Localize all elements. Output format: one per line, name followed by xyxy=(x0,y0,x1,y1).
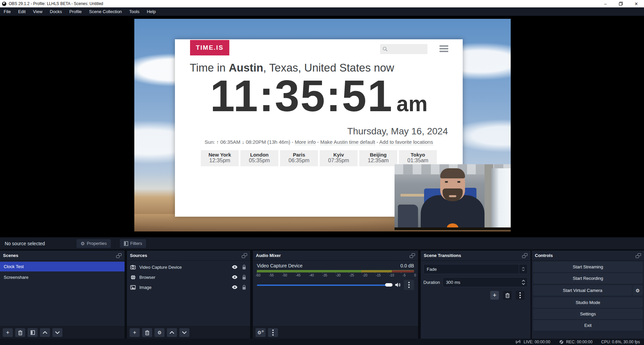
more-info-link[interactable]: More info xyxy=(295,139,316,145)
virtual-camera-settings-button[interactable]: ⚙ xyxy=(633,285,643,296)
source-status-text: No source selected xyxy=(5,241,45,246)
make-default-link[interactable]: Make Austin time default xyxy=(320,139,375,145)
gear-icon: ⚙ xyxy=(157,330,162,335)
window-title: OBS 29.1.2 - Profile: LLHLS BETA - Scene… xyxy=(9,1,103,6)
exit-button[interactable]: Exit xyxy=(533,320,643,331)
program-video[interactable]: TIME.IS Time in Austin, Texas, United St… xyxy=(134,19,511,231)
visibility-eye-button[interactable] xyxy=(232,274,238,280)
chevron-down-icon xyxy=(182,331,187,334)
popout-dock-icon[interactable] xyxy=(242,253,247,258)
cpu-fps-text: CPU: 0.6%, 30.00 fps xyxy=(601,340,640,344)
live-time-text: LIVE: 00:00:00 xyxy=(523,340,550,344)
scenes-panel: Scenes Clock Test Screenshare + xyxy=(0,251,125,339)
spin-down-icon[interactable] xyxy=(522,283,525,285)
status-bar: LIVE: 00:00:00 REC: 00:00:00 CPU: 0.6%, … xyxy=(0,339,644,345)
lock-button[interactable] xyxy=(241,285,247,290)
stream-inactive-icon xyxy=(515,340,521,344)
menu-item-tools[interactable]: Tools xyxy=(126,7,143,16)
source-row-video-capture[interactable]: Video Capture Device xyxy=(127,262,250,272)
timeis-search-input[interactable] xyxy=(380,44,427,54)
world-cities-row: New York12:35pm London05:35pm Paris06:35… xyxy=(175,150,463,166)
settings-button[interactable]: Settings xyxy=(533,309,643,319)
webcam-overlay[interactable] xyxy=(395,164,511,230)
volume-slider[interactable] xyxy=(257,283,392,287)
menu-item-profile[interactable]: Profile xyxy=(65,7,85,16)
globe-icon xyxy=(130,274,136,280)
menu-item-docks[interactable]: Docks xyxy=(46,7,65,16)
popout-dock-icon[interactable] xyxy=(116,253,122,258)
start-virtual-camera-button[interactable]: Start Virtual Camera xyxy=(533,285,632,296)
city-card-beijing[interactable]: Beijing12:35am xyxy=(359,150,397,166)
timeis-logo[interactable]: TIME.IS xyxy=(190,40,229,55)
select-spinner-icon xyxy=(519,264,527,274)
popout-dock-icon[interactable] xyxy=(410,253,415,258)
close-button[interactable]: ✕ xyxy=(629,0,644,7)
start-recording-button[interactable]: Start Recording xyxy=(533,273,643,284)
properties-button[interactable]: ⚙ Properties xyxy=(77,239,111,248)
lock-button[interactable] xyxy=(241,274,247,280)
city-card-tokyo[interactable]: Tokyo01:35am xyxy=(399,150,437,166)
duration-spinbox[interactable]: 300 ms xyxy=(443,277,528,287)
remove-source-button[interactable] xyxy=(142,328,152,337)
menu-item-scene-collection[interactable]: Scene Collection xyxy=(85,7,126,16)
source-properties-button[interactable]: ⚙ xyxy=(154,328,165,337)
source-down-button[interactable] xyxy=(179,328,189,337)
scene-up-button[interactable] xyxy=(40,328,50,337)
menu-item-file[interactable]: File xyxy=(0,7,14,16)
advanced-audio-button[interactable]: ⚙⚙ xyxy=(256,328,266,337)
city-card-london[interactable]: London05:35pm xyxy=(240,150,278,166)
minimize-button[interactable]: – xyxy=(598,0,613,7)
popout-dock-icon[interactable] xyxy=(636,253,641,258)
rec-time-text: REC: 00:00:00 xyxy=(566,340,593,344)
remove-scene-button[interactable] xyxy=(15,328,25,337)
scene-down-button[interactable] xyxy=(52,328,62,337)
studio-mode-button[interactable]: Studio Mode xyxy=(533,297,643,308)
volume-slider-handle[interactable] xyxy=(385,283,393,287)
source-up-button[interactable] xyxy=(167,328,177,337)
trash-icon xyxy=(505,293,510,298)
city-card-kyiv[interactable]: Kyiv07:35pm xyxy=(320,150,358,166)
transition-select[interactable]: Fade xyxy=(423,264,528,274)
source-toolbar: No source selected ⚙ Properties Filters xyxy=(0,237,644,249)
kebab-icon xyxy=(519,295,521,296)
filters-button[interactable]: Filters xyxy=(120,239,146,248)
search-icon xyxy=(382,46,388,52)
visibility-eye-button[interactable] xyxy=(232,285,238,290)
source-row-browser[interactable]: Browser xyxy=(127,272,250,282)
menu-item-help[interactable]: Help xyxy=(143,7,159,16)
controls-panel: Controls Start Streaming Start Recording… xyxy=(532,251,644,339)
mixer-menu-button[interactable] xyxy=(268,328,278,337)
spin-up-icon[interactable] xyxy=(522,280,525,282)
visibility-eye-button[interactable] xyxy=(232,264,238,270)
hamburger-menu-icon[interactable] xyxy=(440,45,448,52)
speaker-mute-button[interactable] xyxy=(395,282,401,288)
city-card-newyork[interactable]: New York12:35pm xyxy=(201,150,239,166)
restore-icon xyxy=(619,2,623,6)
lock-button[interactable] xyxy=(241,264,247,270)
sun-info-line: Sun: ↑ 06:35AM ↓ 08:20PM (13h 46m) - Mor… xyxy=(175,139,463,145)
menu-item-edit[interactable]: Edit xyxy=(14,7,29,16)
transitions-title: Scene Transitions xyxy=(424,253,461,258)
popout-dock-icon[interactable] xyxy=(522,253,527,258)
add-transition-button[interactable]: + xyxy=(490,291,499,300)
meter-scale: -60-55-50-45-40-35-30-25-20-15-10-50 xyxy=(256,273,416,277)
remove-transition-button[interactable] xyxy=(503,291,512,300)
scene-item-screenshare[interactable]: Screenshare xyxy=(0,272,125,282)
scene-filters-button[interactable] xyxy=(28,328,38,337)
restore-button[interactable] xyxy=(613,0,629,7)
duration-label: Duration xyxy=(423,280,440,285)
transition-options-button[interactable] xyxy=(516,291,524,300)
mixer-channel-name: Video Capture Device xyxy=(257,263,303,268)
add-source-button[interactable]: + xyxy=(130,328,140,337)
scene-item-clock-test[interactable]: Clock Test xyxy=(0,262,125,271)
add-scene-button[interactable]: + xyxy=(3,328,13,337)
start-streaming-button[interactable]: Start Streaming xyxy=(533,262,643,272)
source-row-image[interactable]: Image xyxy=(127,282,250,292)
record-inactive-icon xyxy=(559,340,564,344)
controls-title: Controls xyxy=(535,253,553,258)
menu-item-view[interactable]: View xyxy=(29,7,46,16)
mixer-options-button[interactable] xyxy=(404,280,414,290)
favorite-link[interactable]: Add to favorite locations xyxy=(379,139,433,145)
date-text: Thursday, May 16, 2024 xyxy=(347,126,448,137)
city-card-paris[interactable]: Paris06:35pm xyxy=(280,150,318,166)
